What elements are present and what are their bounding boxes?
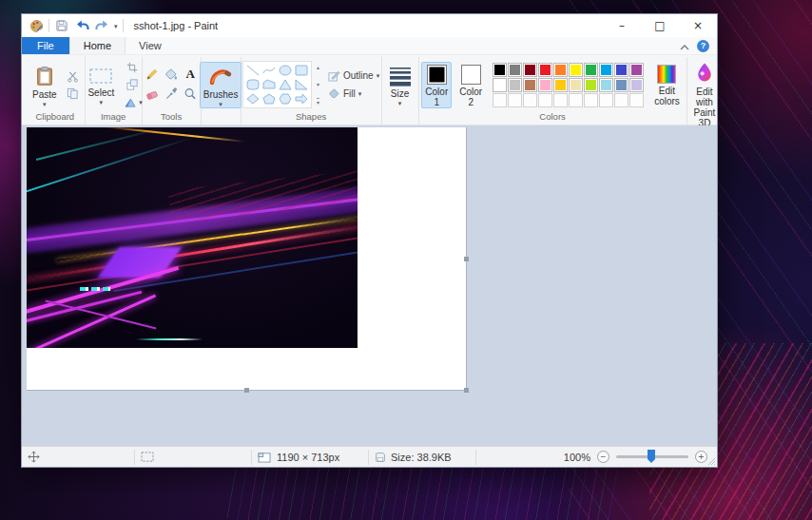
shape-line-icon[interactable]: [245, 64, 261, 77]
ribbon-tab-row: File Home View ?: [22, 37, 717, 55]
shape-pentagon-icon[interactable]: [261, 92, 277, 106]
canvas-resize-handle-corner[interactable]: [464, 388, 469, 393]
shapes-scroll-down-icon[interactable]: ▾: [317, 81, 319, 87]
select-button[interactable]: Select ▾: [84, 64, 118, 106]
palette-empty-slot[interactable]: [614, 93, 628, 107]
crop-button[interactable]: [124, 60, 141, 76]
paste-button[interactable]: Paste ▾: [29, 62, 61, 108]
zoom-in-button[interactable]: +: [695, 451, 707, 463]
copy-button[interactable]: [65, 86, 82, 102]
quick-access-toolbar: ▾ sshot-1.jpg - Paint: [22, 18, 218, 33]
toolbar-divider: [123, 19, 124, 32]
maximize-button[interactable]: □: [641, 14, 679, 37]
palette-empty-slot[interactable]: [523, 93, 537, 107]
text-tool-icon[interactable]: A: [182, 66, 199, 82]
magnifier-tool-icon[interactable]: [182, 86, 199, 102]
tab-file[interactable]: File: [22, 37, 69, 54]
palette-color[interactable]: [523, 78, 537, 92]
palette-color[interactable]: [493, 63, 507, 77]
qat-customize-dropdown-icon[interactable]: ▾: [114, 23, 118, 29]
palette-color[interactable]: [614, 63, 628, 77]
shape-curve-icon[interactable]: [261, 64, 277, 77]
window-resize-grip[interactable]: [707, 457, 716, 466]
palette-color[interactable]: [584, 63, 598, 77]
palette-empty-slot[interactable]: [629, 93, 644, 107]
canvas-resize-handle-bottom[interactable]: [244, 388, 249, 393]
shape-triangle-icon[interactable]: [278, 78, 293, 91]
pencil-tool-icon[interactable]: [144, 66, 161, 82]
redo-button[interactable]: [94, 18, 109, 33]
shape-polygon-icon[interactable]: [261, 78, 277, 91]
image-streak: [103, 127, 244, 143]
close-button[interactable]: ×: [679, 14, 717, 37]
color2-button[interactable]: Color2: [455, 62, 486, 108]
cut-button[interactable]: [65, 68, 82, 85]
save-button[interactable]: [54, 18, 69, 33]
brushes-button[interactable]: Brushes ▾: [200, 62, 242, 108]
palette-empty-slot[interactable]: [493, 93, 507, 107]
palette-color[interactable]: [569, 78, 583, 92]
shape-hexagon-icon[interactable]: [278, 92, 293, 106]
undo-button[interactable]: [74, 18, 89, 33]
shape-diamond-icon[interactable]: [245, 92, 261, 106]
palette-empty-slot[interactable]: [599, 93, 613, 107]
palette-empty-slot[interactable]: [538, 93, 552, 107]
drawing-canvas[interactable]: [27, 127, 467, 391]
edit-with-paint3d-button[interactable]: Edit withPaint 3D: [690, 59, 720, 129]
fill-dropdown-icon[interactable]: ▾: [358, 90, 362, 97]
palette-color[interactable]: [629, 78, 644, 92]
resize-button[interactable]: [124, 77, 141, 93]
rotate-button[interactable]: [122, 94, 139, 110]
palette-color[interactable]: [553, 78, 568, 92]
palette-color[interactable]: [523, 63, 537, 77]
palette-color[interactable]: [569, 63, 583, 77]
collapse-ribbon-icon[interactable]: [680, 37, 689, 54]
palette-color[interactable]: [493, 78, 507, 92]
outline-dropdown-icon[interactable]: ▾: [377, 72, 380, 79]
paste-dropdown-icon[interactable]: ▾: [43, 101, 47, 107]
zoom-level: 100%: [564, 452, 590, 463]
palette-color[interactable]: [629, 63, 644, 77]
shape-oval-icon[interactable]: [278, 64, 293, 77]
palette-empty-slot[interactable]: [553, 93, 568, 107]
zoom-slider[interactable]: [616, 455, 688, 458]
edit-colors-button[interactable]: Editcolors: [650, 62, 684, 107]
color1-button[interactable]: Color1: [421, 62, 452, 108]
tab-home[interactable]: Home: [69, 37, 126, 54]
size-button[interactable]: Size ▾: [385, 63, 416, 107]
help-icon[interactable]: ?: [697, 40, 709, 52]
zoom-slider-thumb[interactable]: [648, 450, 655, 463]
canvas-resize-handle-right[interactable]: [464, 257, 469, 261]
shapes-scroll-up-icon[interactable]: ▴: [317, 64, 319, 70]
title-bar[interactable]: ▾ sshot-1.jpg - Paint – □ ×: [22, 14, 717, 37]
palette-empty-slot[interactable]: [584, 93, 598, 107]
shape-rectangle-icon[interactable]: [294, 64, 309, 77]
palette-color[interactable]: [538, 78, 552, 92]
palette-empty-slot[interactable]: [508, 93, 522, 107]
palette-color[interactable]: [508, 63, 522, 77]
fill-tool-icon[interactable]: [163, 66, 180, 82]
palette-color[interactable]: [599, 78, 613, 92]
selection-size-section: [135, 447, 251, 467]
palette-color[interactable]: [584, 78, 598, 92]
fill-button[interactable]: Fill ▾: [328, 87, 379, 100]
shape-right-triangle-icon[interactable]: [294, 78, 309, 91]
select-dropdown-icon[interactable]: ▾: [100, 99, 104, 106]
palette-color[interactable]: [599, 63, 613, 77]
minimize-button[interactable]: –: [603, 14, 641, 37]
palette-color[interactable]: [614, 78, 628, 92]
color-picker-tool-icon[interactable]: [163, 86, 180, 102]
palette-empty-slot[interactable]: [569, 93, 583, 107]
palette-color[interactable]: [553, 63, 568, 77]
shapes-more-icon[interactable]: ▾: [317, 98, 319, 106]
palette-color[interactable]: [538, 63, 552, 77]
shape-arrow-icon[interactable]: [294, 92, 309, 106]
brushes-dropdown-icon[interactable]: ▾: [219, 101, 222, 107]
shape-rounded-rectangle-icon[interactable]: [245, 78, 261, 91]
size-dropdown-icon[interactable]: ▾: [398, 100, 402, 106]
tab-view[interactable]: View: [126, 37, 175, 54]
eraser-tool-icon[interactable]: [144, 86, 161, 102]
outline-button[interactable]: Outline ▾: [328, 69, 379, 82]
palette-color[interactable]: [508, 78, 522, 92]
zoom-out-button[interactable]: −: [597, 451, 609, 463]
